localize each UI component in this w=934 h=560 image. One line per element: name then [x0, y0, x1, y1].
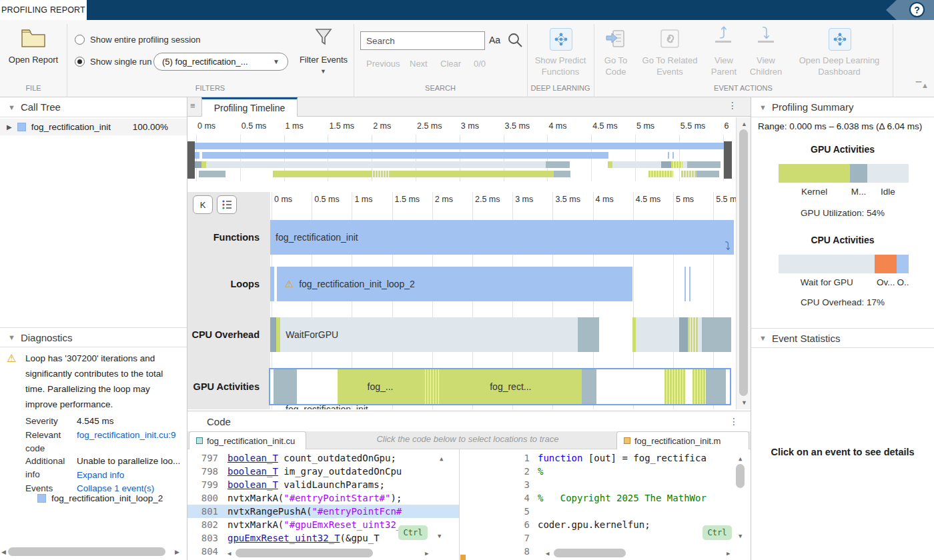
overview-track-loops[interactable] [195, 152, 724, 159]
gpu-segments[interactable]: fog_...fog_rect... [270, 369, 730, 404]
go-to-related-events-label[interactable]: Go To Related Events [639, 55, 700, 77]
expand-info-link[interactable]: Expand info [77, 469, 185, 482]
overview-track-gpu-activities[interactable] [195, 171, 724, 177]
code-line-798[interactable]: 798boolean_T im_gray_outdatedOnCpu [187, 465, 459, 478]
overview-track-cpu-overhead[interactable] [195, 161, 724, 168]
event-segment[interactable] [696, 171, 719, 177]
filter-events-label[interactable]: Filter Events [294, 55, 354, 65]
event-segment[interactable] [684, 267, 686, 301]
event-bar[interactable] [206, 161, 545, 168]
diagnostic-event-chip[interactable]: fog_rectification_init_loop_2 [37, 493, 163, 503]
view-children-label[interactable]: View Children [743, 55, 789, 77]
scroll-up-icon[interactable]: ▲ [741, 120, 747, 128]
search-previous-button[interactable]: Previous [366, 59, 400, 69]
open-report-button[interactable] [21, 28, 46, 51]
scroll-right-icon[interactable]: ▶ [175, 548, 179, 556]
event-segment[interactable] [578, 317, 599, 352]
diagnostics-header[interactable]: ▼ Diagnostics [0, 327, 187, 347]
event-segment[interactable] [201, 161, 206, 168]
go-to-code-button[interactable] [605, 28, 626, 52]
show-predict-functions-label[interactable]: Show Predict Functions [528, 55, 592, 77]
event-bar[interactable] [390, 171, 554, 177]
view-parent-label[interactable]: View Parent [704, 55, 744, 77]
go-to-code-label[interactable]: Go To Code [598, 55, 634, 77]
code-text[interactable]: gpuEmxReset_uint32_T(&gpu_T [227, 533, 380, 543]
event-statistics-header[interactable]: ▼ Event Statistics [751, 328, 934, 348]
code-text[interactable]: nvtxMarkA("#entryPointStart#"); [227, 493, 402, 503]
search-clear-button[interactable]: Clear [440, 59, 461, 69]
call-tree-row[interactable]: ▶ fog_rectification_init 100.00% [0, 119, 187, 135]
collapse-triangle-icon[interactable]: ▼ [759, 334, 767, 342]
track-gpu-activities-selected[interactable]: fog_...fog_rect... [269, 368, 731, 405]
event-bar[interactable] [202, 152, 608, 159]
scroll-up-icon[interactable]: ▲ [739, 455, 742, 463]
profiling-summary-header[interactable]: ▼ Profiling Summary [751, 97, 934, 117]
code-pane-m[interactable]: 1function [out] = fog_rectifica2%34% Cop… [460, 449, 751, 560]
search-next-button[interactable]: Next [410, 59, 428, 69]
collapse-triangle-icon[interactable]: ▼ [8, 103, 15, 111]
scroll-down-icon[interactable]: ▼ [739, 532, 742, 540]
event-segment[interactable] [546, 161, 570, 168]
event-bar[interactable]: ⚠fog_rectification_init_loop_2 [277, 267, 633, 301]
event-segment[interactable] [702, 317, 731, 352]
event-segment[interactable] [648, 171, 672, 177]
code-text[interactable]: nvtxRangePushA("#entryPointFcn# [227, 506, 402, 517]
code-line-4[interactable]: 4% Copyright 2025 The MathWor [460, 491, 751, 505]
view-parent-button[interactable]: ⤴ [715, 27, 731, 43]
event-segment[interactable] [274, 369, 297, 404]
event-segment[interactable] [692, 369, 706, 404]
open-report-label[interactable]: Open Report [0, 55, 67, 65]
code-text[interactable]: nvtxMarkA("#gpuEmxReset_uint32_ [227, 519, 402, 530]
tab-cu-file[interactable]: fog_rectification_init.cu [189, 431, 306, 449]
event-segment[interactable] [668, 152, 669, 159]
scrollbar-thumb[interactable] [8, 547, 165, 556]
range-handle-right[interactable] [724, 141, 732, 179]
view-children-button[interactable]: ⤵ [758, 27, 774, 43]
code-text[interactable]: % Copyright 2025 The MathWor [538, 493, 707, 503]
timeline-vertical-scrollbar[interactable]: ▲ ▼ [736, 117, 751, 409]
collapse-triangle-icon[interactable]: ▼ [8, 333, 15, 341]
event-segment[interactable] [689, 267, 690, 301]
range-handle-left[interactable] [187, 141, 195, 179]
event-segment[interactable] [671, 161, 682, 168]
scroll-left-icon[interactable]: ◀ [546, 549, 549, 557]
search-icon[interactable] [507, 32, 523, 51]
call-tree-row-label[interactable]: fog_rectification_init [31, 122, 111, 132]
tab-m-file[interactable]: fog_rectification_init.m [616, 431, 749, 449]
scroll-down-icon[interactable]: ▼ [741, 399, 747, 407]
scrollbar-thumb[interactable] [736, 464, 745, 488]
event-bar[interactable]: fog_rectification_init⤵ [270, 220, 734, 255]
radio-entire-session[interactable]: Show entire profiling session [75, 35, 200, 45]
scroll-right-icon[interactable]: ▶ [425, 549, 428, 557]
code-line-5[interactable]: 5 [460, 505, 751, 518]
event-bar[interactable]: fog_rect... [440, 369, 582, 404]
event-bar[interactable]: fog_... [338, 369, 422, 404]
overview-track-functions[interactable] [195, 143, 724, 149]
event-segment[interactable] [195, 161, 201, 168]
event-segment[interactable] [672, 152, 674, 159]
scrollbar-thumb[interactable] [554, 549, 626, 557]
event-segment[interactable] [661, 161, 671, 168]
run-select-dropdown[interactable]: (5) fog_rectification_... ▼ [153, 53, 288, 71]
show-predict-functions-button[interactable] [550, 28, 572, 51]
go-to-related-events-button[interactable] [659, 28, 680, 52]
open-deep-learning-dashboard-label[interactable]: Open Deep Learning Dashboard [789, 55, 889, 77]
event-segment[interactable] [423, 369, 440, 404]
code-text[interactable]: function [out] = fog_rectifica [538, 453, 707, 463]
track-loops[interactable]: ⚠fog_rectification_init_loop_2 [270, 267, 734, 301]
filter-events-button[interactable] [315, 28, 332, 49]
scroll-left-icon[interactable]: ◀ [227, 549, 231, 557]
event-segment[interactable] [370, 171, 390, 177]
match-case-button[interactable]: Aa [489, 35, 500, 45]
scroll-right-icon[interactable]: ▶ [727, 549, 730, 557]
left-horizontal-scrollbar[interactable]: ◀ ▶ [0, 545, 187, 559]
event-segment[interactable] [679, 317, 688, 352]
panel-options-icon[interactable]: ⋮ [729, 416, 739, 427]
code-line-799[interactable]: 799boolean_T validLaunchParams; [187, 478, 459, 491]
code-text[interactable]: boolean_T im_gray_outdatedOnCpu [227, 466, 402, 477]
event-segment[interactable] [706, 369, 726, 404]
event-segment[interactable] [582, 369, 596, 404]
event-segment[interactable] [554, 171, 570, 177]
radio-icon[interactable] [75, 35, 85, 45]
event-segment[interactable] [688, 317, 698, 352]
